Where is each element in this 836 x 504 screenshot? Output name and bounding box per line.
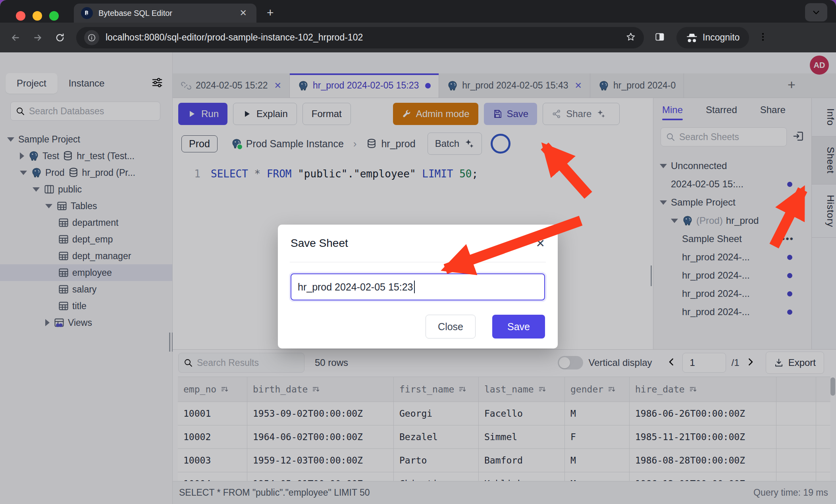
modal-divider xyxy=(290,262,546,262)
browser-window: Bytebase SQL Editor ✕ + localhost:8080/s… xyxy=(0,0,836,504)
save-sheet-modal: Save Sheet ✕ hr_prod 2024-02-05 15:23 Cl… xyxy=(278,225,558,348)
browser-tabstrip: Bytebase SQL Editor ✕ + xyxy=(0,0,836,23)
window-minimize-button[interactable] xyxy=(33,11,42,21)
site-info-icon[interactable] xyxy=(84,30,99,45)
incognito-label: Incognito xyxy=(703,32,740,43)
bookmark-star-icon[interactable] xyxy=(626,32,636,44)
text-caret xyxy=(414,281,415,293)
reload-button[interactable] xyxy=(53,31,67,44)
back-button[interactable] xyxy=(9,31,22,44)
side-panel-icon[interactable] xyxy=(654,31,665,44)
forward-button[interactable] xyxy=(31,31,44,44)
address-bar[interactable]: localhost:8080/sql-editor/prod-sample-in… xyxy=(76,27,644,48)
sheet-name-value: hr_prod 2024-02-05 15:23 xyxy=(298,281,413,293)
window-close-button[interactable] xyxy=(16,11,25,21)
browser-tab-close-icon[interactable]: ✕ xyxy=(237,8,249,18)
modal-title: Save Sheet xyxy=(291,237,348,250)
sheet-name-input[interactable]: hr_prod 2024-02-05 15:23 xyxy=(291,273,545,300)
modal-close-button[interactable]: Close xyxy=(426,315,476,339)
modal-save-button[interactable]: Save xyxy=(492,315,545,339)
window-zoom-button[interactable] xyxy=(49,11,59,21)
incognito-icon xyxy=(686,32,698,44)
tab-search-chevron-button[interactable] xyxy=(805,3,827,21)
browser-tab[interactable]: Bytebase SQL Editor ✕ xyxy=(74,4,256,23)
url-text: localhost:8080/sql-editor/prod-sample-in… xyxy=(106,32,626,43)
screenshot-root: Bytebase SQL Editor ✕ + localhost:8080/s… xyxy=(0,0,836,504)
browser-menu-icon[interactable] xyxy=(758,32,768,44)
incognito-badge: Incognito xyxy=(676,27,749,48)
bytebase-favicon xyxy=(81,7,93,19)
browser-navbar: localhost:8080/sql-editor/prod-sample-in… xyxy=(0,23,836,52)
new-browser-tab-button[interactable]: + xyxy=(267,6,274,20)
browser-tab-title: Bytebase SQL Editor xyxy=(98,9,237,18)
modal-close-icon[interactable]: ✕ xyxy=(536,237,545,250)
